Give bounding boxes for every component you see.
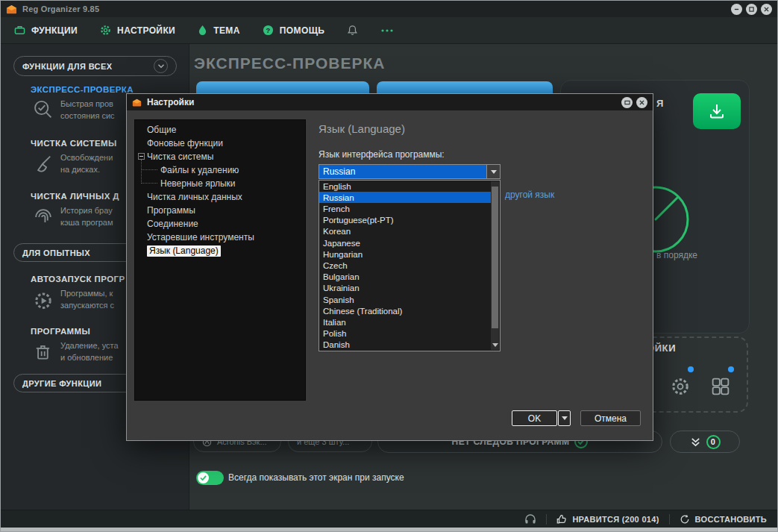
list-item[interactable]: Korean (319, 226, 492, 237)
tree-item-label: Устаревшие инструменты (147, 232, 254, 242)
magnifier-check-icon (32, 99, 54, 122)
list-item[interactable]: French (319, 203, 492, 214)
maximize-icon[interactable] (746, 4, 757, 15)
tree-item-files-to-delete[interactable]: Файлы к удалению (135, 163, 305, 177)
list-item[interactable]: Bulgarian (319, 272, 492, 283)
sidebar-filter-dropdown[interactable]: ФУНКЦИИ ДЛЯ ВСЕХ (13, 56, 177, 76)
list-item[interactable]: Spanish (319, 294, 492, 305)
tree-item-label: Общие (147, 125, 176, 135)
menu-theme[interactable]: ТЕМА (198, 25, 240, 36)
cloud-download-icon (707, 101, 727, 121)
gear-icon (669, 375, 691, 398)
sidebar-item-title: ЧИСТКА ЛИЧНЫХ Д (31, 192, 119, 201)
show-on-startup-toggle[interactable] (196, 471, 224, 485)
translate-link[interactable]: другой язык (505, 190, 554, 200)
tree-item-connection[interactable]: Соединение (135, 217, 305, 231)
tree-item-invalid-shortcuts[interactable]: Неверные ярлыки (135, 177, 305, 190)
dialog-controls (621, 97, 647, 108)
tree-item-general[interactable]: Общие (135, 123, 305, 137)
sidebar-item-desc: и обновление (60, 353, 113, 362)
broom-icon (32, 153, 54, 175)
download-updates-button[interactable] (693, 93, 741, 129)
tree-item-private-data[interactable]: Чистка личных данных (135, 190, 305, 204)
app-window: Reg Organizer 9.85 ФУНКЦИИ НАСТРОЙКИ ТЕМ… (0, 0, 778, 532)
restore-button[interactable]: ВОССТАНОВИТЬ (680, 514, 767, 525)
list-item[interactable]: Chinese (Traditional) (319, 305, 492, 316)
tree-item-label: Чистка системы (147, 151, 213, 162)
scrollbar[interactable] (491, 181, 499, 350)
list-item-selected[interactable]: Russian (319, 192, 492, 203)
tree-expander-icon[interactable] (138, 153, 145, 160)
list-item[interactable]: Italian (319, 316, 492, 328)
help-icon: ? (263, 25, 274, 36)
sidebar-filter-label: ФУНКЦИИ ДЛЯ ВСЕХ (22, 62, 112, 71)
window-frame-bottom (1, 528, 777, 532)
divider (546, 514, 547, 525)
tree-item-programs[interactable]: Программы (135, 204, 305, 217)
tree-connector (142, 183, 157, 184)
autorun-gear-icon (32, 289, 54, 311)
dialog-titlebar[interactable]: Настройки (127, 94, 653, 110)
ok-button[interactable]: OK (512, 410, 557, 426)
language-combo-label: Язык интерфейса программы: (319, 149, 445, 160)
dialog-close-icon[interactable] (636, 97, 647, 108)
sidebar-item-desc: Быстрая пров (60, 99, 113, 108)
tree-item-language[interactable]: Язык (Language) (135, 244, 305, 257)
language-combo[interactable]: Russian (319, 164, 501, 179)
titlebar[interactable]: Reg Organizer 9.85 (1, 1, 777, 17)
combo-arrow-button[interactable] (486, 165, 500, 178)
sidebar-item-desc: состояния сис (60, 111, 115, 120)
headphones-icon[interactable] (524, 513, 536, 525)
tree-connector (141, 160, 142, 184)
tree-item-legacy-tools[interactable]: Устаревшие инструменты (135, 231, 305, 244)
tree-item-system-clean[interactable]: Чистка системы (135, 150, 305, 163)
notifications-button[interactable] (347, 25, 358, 36)
toggle-knob (198, 472, 209, 484)
stacked-chevrons-icon (690, 436, 701, 448)
restore-label: ВОССТАНОВИТЬ (695, 515, 767, 524)
menu-settings[interactable]: НАСТРОЙКИ (100, 25, 175, 36)
backups-button[interactable]: 0 (670, 431, 740, 453)
cancel-button[interactable]: Отмена (580, 410, 641, 426)
window-title: Reg Organizer 9.85 (22, 4, 99, 13)
language-dropdown-list: English Russian French Portuguese(pt-PT)… (319, 180, 501, 351)
dialog-minimize-icon[interactable] (621, 97, 633, 108)
list-item[interactable]: Polish (319, 328, 492, 339)
sidebar-item-desc: кэша програм (60, 218, 113, 227)
tree-item-label: Соединение (147, 219, 198, 229)
list-item[interactable]: Ukrainian (319, 283, 492, 294)
menu-functions-label: ФУНКЦИИ (31, 25, 78, 36)
thumbs-up-icon (556, 514, 567, 525)
quick-settings-tiles-button[interactable] (706, 369, 735, 404)
app-logo-icon (132, 98, 142, 107)
language-combo-value: Russian (323, 166, 355, 178)
close-icon[interactable] (761, 4, 772, 15)
list-item[interactable]: Japanese (319, 237, 492, 248)
cancel-button-label: Отмена (595, 413, 627, 424)
scrollbar-down-button[interactable] (491, 340, 499, 350)
sidebar-item-title: АВТОЗАПУСК ПРОГР (31, 275, 125, 284)
restore-icon (680, 514, 690, 525)
list-item[interactable]: Portuguese(pt-PT) (319, 215, 492, 226)
count-badge: 0 (706, 435, 721, 449)
minimize-icon[interactable] (731, 4, 742, 15)
more-menu-button[interactable] (380, 28, 394, 33)
like-button[interactable]: НРАВИТСЯ (200 014) (556, 514, 659, 525)
menu-help[interactable]: ? ПОМОЩЬ (263, 25, 325, 36)
bell-icon (347, 25, 358, 36)
list-item[interactable]: Czech (319, 260, 492, 271)
tree-item-label: Фоновые функции (147, 138, 223, 148)
quick-settings-gear-button[interactable] (665, 369, 695, 404)
chevron-down-icon (491, 170, 497, 174)
list-item[interactable]: Hungarian (319, 248, 492, 260)
list-item[interactable]: English (319, 181, 492, 192)
menu-functions[interactable]: ФУНКЦИИ (14, 25, 78, 36)
tree-item-background[interactable]: Фоновые функции (135, 137, 305, 150)
notification-dot (688, 366, 694, 372)
ok-dropdown-button[interactable] (558, 410, 571, 426)
statusbar: НРАВИТСЯ (200 014) ВОССТАНОВИТЬ (1, 510, 777, 528)
list-item[interactable]: Danish (319, 339, 492, 351)
divider (669, 514, 670, 525)
app-logo-icon (6, 4, 17, 15)
scrollbar-thumb[interactable] (492, 187, 498, 328)
